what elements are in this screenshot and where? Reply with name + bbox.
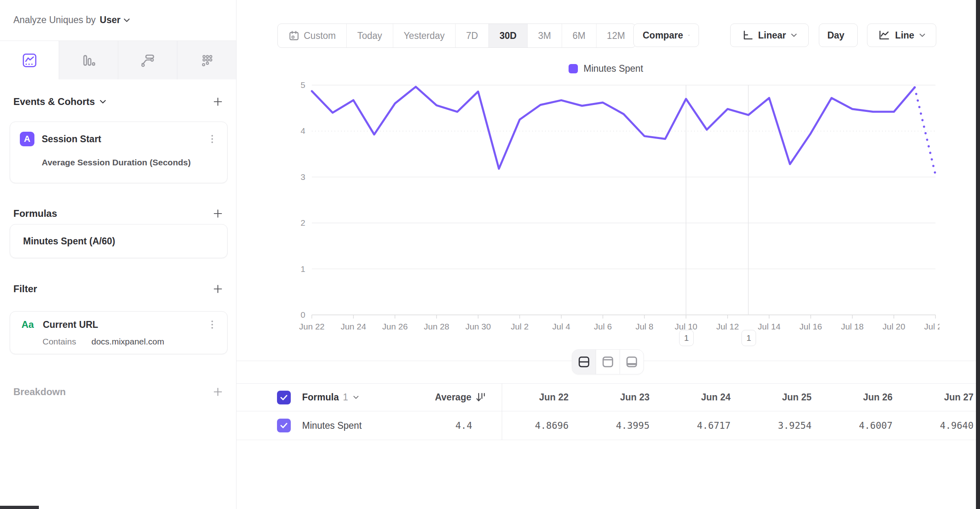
bar-chart-icon [81, 52, 97, 68]
events-cohorts-header: Events & Cohorts [13, 96, 224, 108]
date-range-label: 12M [607, 30, 625, 41]
date-range-3m[interactable]: 3M [527, 24, 562, 47]
series-line[interactable] [312, 87, 915, 169]
add-formula-button[interactable] [212, 207, 224, 220]
date-range-today[interactable]: Today [346, 24, 392, 47]
table-header-row: Formula 1 Average Jun 22Jun 23Jun 24Jun … [277, 384, 980, 411]
chevron-down-icon [919, 33, 925, 37]
check-icon [280, 423, 288, 428]
chevron-down-icon[interactable] [100, 100, 106, 104]
tab-insights-line[interactable] [0, 41, 59, 79]
y-axis-tick-label: 3 [300, 172, 305, 182]
date-cell-value: 4.3995 [575, 420, 656, 431]
x-axis-tick-label: Jul 14 [758, 322, 780, 331]
date-range-label: 3M [538, 30, 551, 41]
formula-card[interactable]: Minutes Spent (A/60) [10, 224, 228, 258]
insights-report-page: Analyze Uniques by User Events & Cohor [0, 0, 980, 509]
toggle-split-view[interactable] [572, 350, 596, 374]
chevron-down-icon[interactable] [353, 396, 359, 399]
x-axis-tick-label: Jul 22 [924, 322, 940, 331]
event-aggregation[interactable]: Average Session Duration (Seconds) [42, 158, 191, 167]
compare-button[interactable]: Compare [633, 24, 699, 47]
tab-flows[interactable] [118, 41, 177, 79]
filter-value[interactable]: docs.mixpanel.com [92, 337, 164, 346]
axis-scale-button[interactable]: Linear [730, 24, 809, 47]
date-range-label: Yesterday [404, 30, 445, 41]
event-card[interactable]: A Session Start Average Session Duration… [10, 122, 228, 183]
x-axis-tick-label: Jun 28 [424, 322, 449, 331]
filter-card[interactable]: Aa Current URL Contains docs.mixpanel.co… [10, 311, 228, 354]
group-label[interactable]: Formula [302, 392, 339, 403]
filter-label: Filter [13, 283, 37, 295]
date-cell-value: 4.6717 [656, 420, 737, 431]
x-axis-tick-label: Jun 22 [299, 322, 324, 331]
line-chart-icon [878, 30, 890, 41]
date-column-header[interactable]: Jun 25 [737, 392, 818, 403]
add-event-button[interactable] [212, 96, 224, 108]
formula-expression[interactable]: Minutes Spent (A/60) [23, 236, 115, 247]
chart-type-button[interactable]: Line [867, 24, 936, 47]
annotation-badge[interactable]: 1 [741, 330, 756, 346]
sort-icon[interactable] [475, 391, 487, 404]
x-axis-tick-label: Jul 12 [716, 322, 739, 331]
date-range-label: 30D [499, 30, 516, 41]
retention-icon [199, 52, 215, 68]
x-axis-tick-label: Jul 4 [552, 322, 571, 331]
date-range-7d[interactable]: 7D [455, 24, 488, 47]
toggle-chart-only[interactable] [596, 350, 620, 374]
breakdown-header: Breakdown [13, 386, 224, 398]
date-column-headers: Jun 22Jun 23Jun 24Jun 25Jun 26Jun 27 [494, 392, 980, 403]
table-separator [236, 440, 980, 440]
event-kebab-menu[interactable] [207, 135, 217, 143]
date-range-label: Custom [304, 30, 336, 41]
average-column-header[interactable]: Average [435, 392, 471, 403]
flows-icon [140, 52, 156, 68]
date-column-header[interactable]: Jun 22 [494, 392, 575, 403]
date-range-6m[interactable]: 6M [562, 24, 596, 47]
table-data-row[interactable]: Minutes Spent 4.4 4.86964.39954.67173.92… [277, 411, 980, 440]
tab-retention[interactable] [177, 41, 236, 79]
filter-operator[interactable]: Contains [43, 337, 76, 346]
horizontal-scrollbar-thumb[interactable] [0, 506, 39, 509]
chart-only-icon [601, 355, 615, 369]
date-range-12m[interactable]: 12M [596, 24, 636, 47]
date-range-custom[interactable]: Custom [278, 24, 346, 47]
filter-kebab-menu[interactable] [207, 321, 217, 329]
date-cell-value: 4.9640 [899, 420, 980, 431]
filter-header: Filter [13, 283, 224, 295]
add-breakdown-button[interactable] [212, 386, 224, 398]
plus-icon [213, 387, 223, 397]
series-checkbox[interactable] [277, 419, 291, 432]
insights-line-icon [21, 52, 38, 68]
toggle-table-only[interactable] [620, 350, 643, 374]
analyze-uniques-selector[interactable]: User [100, 15, 130, 26]
x-axis-tick-label: Jul 8 [635, 322, 653, 331]
analyze-uniques-label: Analyze Uniques by [13, 15, 96, 26]
line-chart[interactable]: 012345Jun 22Jun 24Jun 26Jun 28Jun 30Jul … [292, 61, 940, 344]
event-name[interactable]: Session Start [42, 134, 101, 145]
date-column-header[interactable]: Jun 26 [818, 392, 899, 403]
filter-property-name[interactable]: Current URL [43, 319, 98, 330]
series-name[interactable]: Minutes Spent [302, 420, 362, 431]
granularity-button[interactable]: Day [819, 24, 858, 47]
date-range-yesterday[interactable]: Yesterday [393, 24, 455, 47]
date-column-header[interactable]: Jun 23 [575, 392, 656, 403]
chart-type-label: Line [895, 30, 914, 41]
date-column-header[interactable]: Jun 27 [899, 392, 980, 403]
tab-bar-chart[interactable] [59, 41, 118, 79]
events-cohorts-label[interactable]: Events & Cohorts [13, 96, 95, 107]
date-column-header[interactable]: Jun 24 [656, 392, 737, 403]
select-all-checkbox[interactable] [277, 391, 291, 404]
group-number: 1 [343, 392, 348, 403]
date-range-control: CustomTodayYesterday7D30D3M6M12M [277, 24, 636, 48]
x-axis-tick-label: Jun 30 [465, 322, 491, 331]
x-axis-tick-label: Jul 6 [594, 322, 611, 331]
annotation-badge[interactable]: 1 [679, 330, 694, 346]
chevron-down-icon [688, 33, 690, 37]
view-toggle [572, 349, 644, 374]
date-cell-value: 4.8696 [494, 420, 575, 431]
compare-label: Compare [643, 30, 683, 41]
date-cell-value: 3.9254 [737, 420, 818, 431]
add-filter-button[interactable] [212, 283, 224, 295]
date-range-30d[interactable]: 30D [488, 24, 527, 47]
